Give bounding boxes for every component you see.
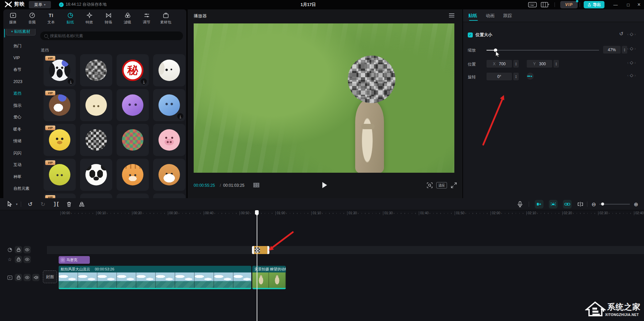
y-stepper[interactable]: ▴▾ <box>554 60 559 68</box>
partial-sticker-4[interactable] <box>153 193 185 198</box>
keyboard-shortcuts-icon[interactable] <box>528 2 537 8</box>
toolbar-item-调节[interactable]: 调节 <box>137 9 156 29</box>
next-keyframe-icon[interactable]: › <box>635 32 636 36</box>
close-button[interactable]: × <box>634 0 644 9</box>
sidebar-item-互动[interactable]: 互动 <box>3 159 38 171</box>
frame-preview-icon[interactable] <box>253 183 259 187</box>
sidebar-item-指示[interactable]: 指示 <box>3 100 38 112</box>
prev-keyframe-icon[interactable]: ‹ <box>627 47 629 51</box>
download-icon[interactable]: ↓ <box>177 113 183 119</box>
sidebar-item-春节[interactable]: 春节 <box>3 64 38 76</box>
play-button[interactable] <box>322 182 327 188</box>
category-scrollbar[interactable] <box>4 29 5 37</box>
cover-button[interactable]: 封面 <box>43 270 57 283</box>
player-menu-icon[interactable] <box>449 13 454 17</box>
zoom-in-icon[interactable]: ⊕ <box>633 201 639 208</box>
beret-puppy-sticker[interactable]: VIP <box>44 89 76 121</box>
prev-keyframe-icon[interactable]: ‹ <box>627 73 629 77</box>
toolbar-item-文本[interactable]: TI文本 <box>42 9 61 29</box>
auto-ripple-toggle[interactable] <box>535 200 543 209</box>
select-tool-caret[interactable]: ▾ <box>13 201 20 208</box>
fit-mode-button[interactable]: 适应 <box>436 182 447 188</box>
toolbar-item-滤镜[interactable]: 滤镜 <box>118 9 137 29</box>
split-clip-icon[interactable]: ][ <box>53 201 60 208</box>
scale-value-field[interactable]: 47% <box>603 46 621 54</box>
download-icon[interactable]: ↓ <box>141 78 147 84</box>
video-track-mute-button[interactable] <box>32 274 40 281</box>
shiba-sticker[interactable] <box>153 159 185 191</box>
sidebar-item-遮挡[interactable]: 遮挡 <box>3 88 38 100</box>
zoom-out-icon[interactable]: ⊖ <box>590 201 597 208</box>
maximize-button[interactable]: □ <box>623 0 633 9</box>
mirror-flip-icon[interactable] <box>78 201 85 208</box>
rotate-stepper[interactable]: ▴▾ <box>513 73 519 80</box>
toolbar-item-特效[interactable]: 特效 <box>80 9 99 29</box>
next-keyframe-icon[interactable]: › <box>635 73 636 77</box>
orange-cat-sticker[interactable] <box>117 159 149 191</box>
rotate-dial[interactable] <box>527 73 534 80</box>
reset-icon[interactable]: ↺ <box>619 31 624 37</box>
minimize-button[interactable]: — <box>610 0 621 9</box>
toolbar-item-转场[interactable]: 转场 <box>99 9 118 29</box>
pink-pig-sticker[interactable] <box>153 124 185 156</box>
timeline-zoom-knob[interactable] <box>601 203 604 206</box>
sidebar-item-2023[interactable]: 2023 <box>3 76 38 88</box>
position-y-field[interactable]: Y 300 <box>527 60 552 68</box>
effect-clip-mosaic[interactable]: ☆ 马赛克 <box>59 256 90 264</box>
sidebar-item-闪闪[interactable]: 闪闪 <box>3 147 38 159</box>
sidebar-item-种草[interactable]: 种草 <box>3 171 38 183</box>
panda-sticker[interactable] <box>80 159 112 191</box>
position-x-field[interactable]: X 700 <box>487 60 512 68</box>
video-track-visibility-button[interactable] <box>23 274 31 281</box>
sidebar-item-爱心[interactable]: 爱心 <box>3 111 38 124</box>
keyframe-diamond-icon[interactable]: ◇ <box>630 73 633 78</box>
blue-elephant-sticker[interactable]: ↓ <box>153 89 185 121</box>
fullscreen-icon[interactable] <box>451 182 457 188</box>
x-stepper[interactable]: ▴▾ <box>513 60 519 68</box>
scale-stepper[interactable]: ▴▾ <box>622 46 627 54</box>
link-clips-toggle[interactable] <box>563 200 572 209</box>
pear-sticker[interactable]: VIP <box>44 159 76 191</box>
playhead-handle[interactable] <box>255 210 259 215</box>
next-keyframe-icon[interactable]: › <box>635 47 636 51</box>
effect-track-lock-button[interactable] <box>15 256 22 263</box>
download-icon[interactable]: ↓ <box>68 78 74 84</box>
frame-capture-icon[interactable] <box>427 182 433 188</box>
beret-dog-sticker[interactable]: VIP↓ <box>44 54 76 86</box>
cream-bunny-sticker[interactable] <box>80 89 112 121</box>
sticker-clip-selected[interactable] <box>252 246 269 254</box>
select-tool-icon[interactable] <box>6 201 13 208</box>
layout-switch-icon[interactable] <box>541 2 550 8</box>
prev-keyframe-icon[interactable]: ‹ <box>627 32 629 36</box>
white-dog-sticker[interactable] <box>153 54 185 86</box>
yellow-blob-sticker[interactable]: VIP <box>44 124 76 156</box>
sticker-track-visibility-button[interactable] <box>23 246 31 253</box>
menu-button[interactable]: 菜单 ▾ <box>29 1 51 8</box>
toolbar-item-音频[interactable]: 音频 <box>22 9 42 29</box>
clip-left-handle[interactable] <box>252 246 254 254</box>
partial-sticker-1[interactable]: VIP <box>44 193 76 198</box>
sidebar-item-VIP[interactable]: VIP <box>3 52 38 64</box>
sidebar-item-情绪[interactable]: 情绪 <box>3 135 38 147</box>
timeline-zoom-slider[interactable] <box>599 204 630 205</box>
toolbar-item-媒体[interactable]: 媒体 <box>3 9 22 29</box>
preview-axis-icon[interactable] <box>577 201 584 208</box>
inspector-tab-跟踪[interactable]: 跟踪 <box>503 9 512 22</box>
timeline-ruler[interactable]: 00:0000:1000:2000:3000:4000:5001:0001:10… <box>0 210 644 217</box>
delete-icon[interactable] <box>66 201 72 208</box>
vip-badge[interactable]: VIP <box>560 1 578 8</box>
magnetic-snap-toggle[interactable] <box>549 200 558 209</box>
purple-blob-sticker[interactable] <box>117 89 149 121</box>
sidebar-item-自然元素[interactable]: 自然元素 <box>3 183 38 195</box>
bw-mosaic-sticker[interactable] <box>80 124 112 156</box>
toolbar-item-贴纸[interactable]: 贴纸 <box>61 9 80 29</box>
mosaic-overlay-sticker[interactable] <box>348 56 395 103</box>
prev-keyframe-icon[interactable]: ‹ <box>627 61 629 65</box>
video-clip-2[interactable]: 实景拍摄 瞭望的动物 <box>252 266 286 289</box>
sidebar-item-暖冬[interactable]: 暖冬 <box>3 124 38 136</box>
video-track-lock-button[interactable] <box>15 274 22 281</box>
undo-icon[interactable]: ↺ <box>27 201 34 208</box>
sidebar-item-热门[interactable]: 热门 <box>3 40 38 52</box>
export-button[interactable]: 导出 <box>584 1 604 8</box>
toolbar-item-素材包[interactable]: 素材包 <box>156 9 175 29</box>
